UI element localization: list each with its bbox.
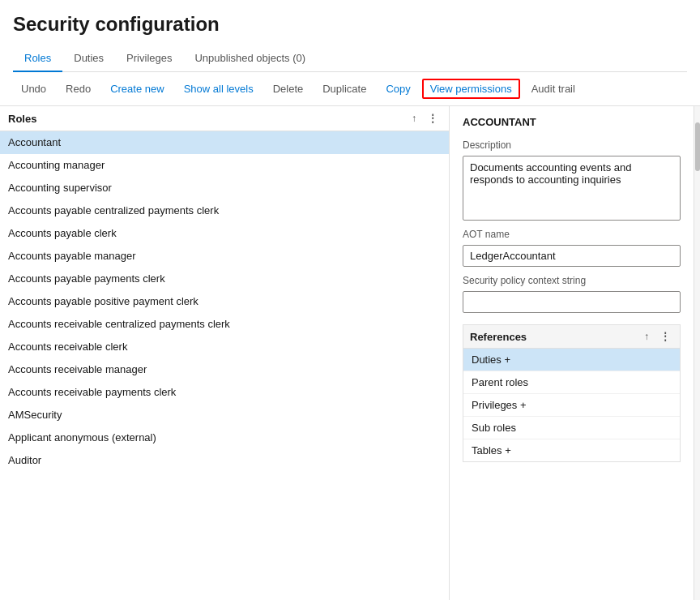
create-new-button[interactable]: Create new xyxy=(102,79,172,99)
list-item[interactable]: Accounts payable positive payment clerk xyxy=(0,290,449,313)
aot-name-group: AOT name xyxy=(463,229,681,267)
duplicate-button[interactable]: Duplicate xyxy=(314,79,374,99)
references-header: References ↑ ⋮ xyxy=(463,324,681,348)
list-item[interactable]: Accounting supervisor xyxy=(0,177,449,199)
tab-duties[interactable]: Duties xyxy=(62,45,115,72)
right-scrollbar-thumb xyxy=(695,122,700,171)
references-section: References ↑ ⋮ Duties +Parent rolesPrivi… xyxy=(463,324,681,462)
page-header: Security configuration Roles Duties Priv… xyxy=(0,0,700,72)
tab-unpublished[interactable]: Unpublished objects (0) xyxy=(183,45,317,72)
roles-list-label: Roles xyxy=(8,113,36,125)
ref-item[interactable]: Sub roles xyxy=(463,417,680,439)
undo-button[interactable]: Undo xyxy=(13,79,54,99)
list-item[interactable]: Accounts receivable payments clerk xyxy=(0,381,449,404)
roles-list: AccountantAccounting managerAccounting s… xyxy=(0,131,449,600)
menu-icon[interactable]: ⋮ xyxy=(425,111,441,126)
right-panel: ACCOUNTANT Description AOT name Security… xyxy=(450,106,694,600)
list-item[interactable]: AMSecurity xyxy=(0,404,449,426)
list-header-icons: ↑ ⋮ xyxy=(408,111,441,126)
description-label: Description xyxy=(463,139,681,151)
toolbar: Undo Redo Create new Show all levels Del… xyxy=(0,72,700,106)
list-item[interactable]: Applicant anonymous (external) xyxy=(0,426,449,449)
copy-button[interactable]: Copy xyxy=(378,79,418,99)
ref-item[interactable]: Privileges + xyxy=(463,394,680,417)
show-all-levels-button[interactable]: Show all levels xyxy=(176,79,262,99)
list-item[interactable]: Accounts receivable clerk xyxy=(0,336,449,358)
references-list: Duties +Parent rolesPrivileges +Sub role… xyxy=(463,348,681,462)
tab-privileges[interactable]: Privileges xyxy=(115,45,183,72)
references-label: References xyxy=(470,331,527,343)
tabs-container: Roles Duties Privileges Unpublished obje… xyxy=(13,45,687,72)
redo-button[interactable]: Redo xyxy=(58,79,99,99)
references-sort-icon[interactable]: ↑ xyxy=(641,329,652,344)
list-item[interactable]: Accounts payable manager xyxy=(0,245,449,268)
list-item[interactable]: Accounts payable centralized payments cl… xyxy=(0,199,449,222)
list-item[interactable]: Accounts payable clerk xyxy=(0,222,449,245)
right-scrollbar xyxy=(694,106,700,600)
view-permissions-button[interactable]: View permissions xyxy=(422,79,520,99)
list-header: Roles ↑ ⋮ xyxy=(0,106,449,131)
list-item[interactable]: Accountant xyxy=(0,131,449,154)
tab-roles[interactable]: Roles xyxy=(13,45,62,72)
audit-trail-button[interactable]: Audit trail xyxy=(523,79,583,99)
list-item[interactable]: Accounts receivable centralized payments… xyxy=(0,313,449,336)
description-group: Description xyxy=(463,139,681,221)
main-content: Roles ↑ ⋮ AccountantAccounting managerAc… xyxy=(0,106,700,600)
list-item[interactable]: Accounting manager xyxy=(0,154,449,177)
ref-item[interactable]: Parent roles xyxy=(463,371,680,394)
ref-item[interactable]: Tables + xyxy=(463,439,680,461)
ref-item[interactable]: Duties + xyxy=(463,349,680,371)
security-policy-input[interactable] xyxy=(463,291,681,313)
page-title: Security configuration xyxy=(13,13,687,36)
references-header-icons: ↑ ⋮ xyxy=(641,329,673,344)
list-item[interactable]: Auditor xyxy=(0,449,449,472)
role-name-header: ACCOUNTANT xyxy=(463,116,681,128)
delete-button[interactable]: Delete xyxy=(265,79,312,99)
security-policy-group: Security policy context string xyxy=(463,275,681,313)
right-section: ACCOUNTANT Description AOT name Security… xyxy=(450,106,700,600)
security-policy-label: Security policy context string xyxy=(463,275,681,286)
aot-name-label: AOT name xyxy=(463,229,681,240)
left-panel: Roles ↑ ⋮ AccountantAccounting managerAc… xyxy=(0,106,450,600)
aot-name-input[interactable] xyxy=(463,245,681,267)
references-menu-icon[interactable]: ⋮ xyxy=(657,329,673,344)
list-header-left: Roles xyxy=(8,113,36,125)
sort-icon[interactable]: ↑ xyxy=(408,111,420,126)
list-item[interactable]: Accounts payable payments clerk xyxy=(0,268,449,290)
list-item[interactable]: Accounts receivable manager xyxy=(0,358,449,381)
description-textarea[interactable] xyxy=(463,156,681,221)
